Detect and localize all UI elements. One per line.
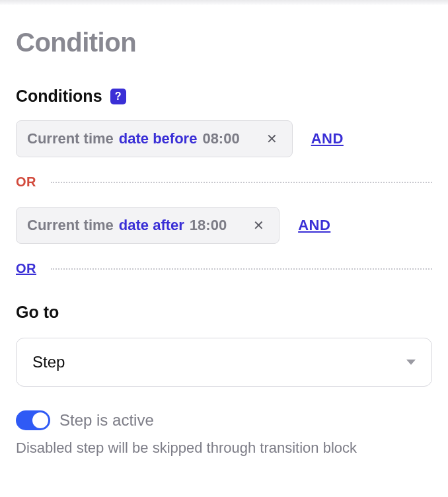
- condition-chip[interactable]: Current time date after 18:00 ✕: [16, 207, 280, 244]
- or-separator: OR: [16, 174, 432, 190]
- condition-chip[interactable]: Current time date before 08:00 ✕: [16, 120, 293, 157]
- chip-operator: date before: [119, 130, 198, 147]
- close-icon[interactable]: ✕: [262, 132, 281, 145]
- or-add-row: OR: [16, 261, 432, 276]
- divider: [51, 182, 432, 183]
- active-toggle-label: Step is active: [59, 411, 154, 430]
- chip-operator: date after: [119, 217, 184, 234]
- add-and-button[interactable]: AND: [298, 217, 330, 234]
- page-title: Condition: [16, 28, 432, 57]
- chip-subject: Current time: [27, 217, 114, 234]
- conditions-header: Conditions ?: [16, 87, 432, 106]
- or-separator-label: OR: [16, 174, 36, 190]
- toggle-knob: [32, 412, 48, 428]
- chip-value: 08:00: [202, 130, 239, 147]
- goto-label: Go to: [16, 303, 432, 322]
- condition-row: Current time date before 08:00 ✕ AND: [16, 120, 432, 157]
- chip-subject: Current time: [27, 130, 114, 147]
- goto-select-value: Step: [32, 353, 65, 371]
- chevron-down-icon: [406, 360, 416, 365]
- close-icon[interactable]: ✕: [249, 219, 268, 232]
- panel-top-shadow: [0, 0, 448, 5]
- add-or-button[interactable]: OR: [16, 261, 36, 276]
- add-and-button[interactable]: AND: [311, 130, 344, 147]
- active-toggle[interactable]: [16, 410, 50, 430]
- divider: [51, 268, 432, 270]
- conditions-label: Conditions: [16, 87, 102, 106]
- active-help-text: Disabled step will be skipped through tr…: [16, 437, 432, 459]
- help-icon[interactable]: ?: [110, 89, 126, 104]
- goto-select[interactable]: Step: [16, 338, 432, 387]
- chip-value: 18:00: [190, 217, 227, 234]
- condition-row: Current time date after 18:00 ✕ AND: [16, 207, 432, 244]
- active-toggle-row: Step is active: [16, 410, 432, 430]
- condition-panel: Condition Conditions ? Current time date…: [0, 5, 448, 475]
